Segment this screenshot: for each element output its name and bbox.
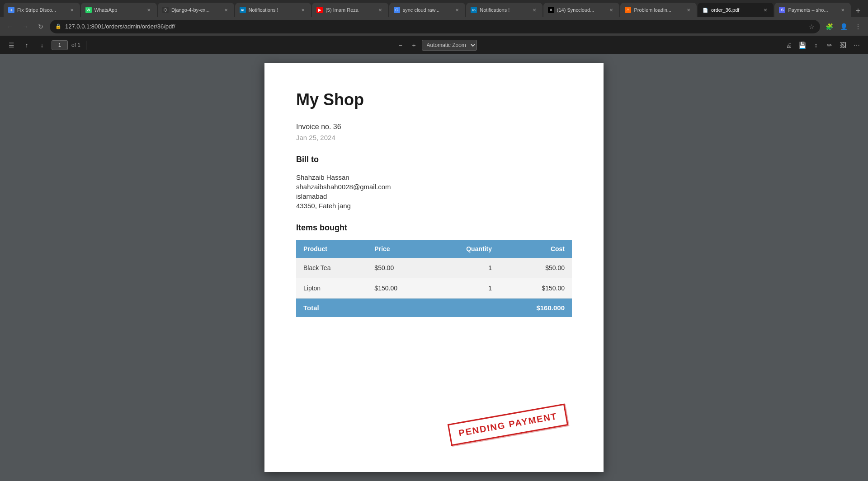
pdf-more-button[interactable]: ⋯ [851, 39, 863, 51]
tab-title-gsync: sync cloud raw... [403, 7, 451, 13]
tab-close-payments[interactable]: ✕ [839, 6, 846, 14]
item1-cost: $50.00 [499, 258, 572, 278]
pdf-toolbar-separator [86, 41, 86, 50]
item1-product: Black Tea [296, 258, 367, 278]
tab-title-youtube: (5) Imam Reza [326, 7, 374, 13]
tab-favicon-notif1: in [240, 7, 246, 13]
zoom-out-button[interactable]: − [395, 39, 406, 51]
pdf-page-input[interactable] [52, 40, 68, 50]
table-total-row: Total $160.000 [296, 299, 572, 318]
profile-button[interactable]: 👤 [837, 20, 850, 33]
item2-cost: $150.00 [499, 278, 572, 299]
col-cost: Cost [499, 240, 572, 258]
tab-synccloud[interactable]: ✕ (14) Synccloud... ✕ [543, 3, 620, 17]
extensions-button[interactable]: 🧩 [823, 20, 835, 33]
tab-close-synccloud[interactable]: ✕ [608, 6, 615, 14]
lock-icon: 🔒 [55, 23, 61, 29]
tab-favicon-notif2: in [471, 7, 477, 13]
bookmark-icon[interactable]: ☆ [809, 23, 815, 30]
tab-favicon-youtube: ▶ [316, 7, 323, 13]
tab-favicon-problem: ⚠ [625, 7, 631, 13]
invoice-number: Invoice no. 36 [296, 123, 572, 131]
tab-close-youtube[interactable]: ✕ [377, 6, 384, 14]
tab-close-problem[interactable]: ✕ [685, 6, 692, 14]
invoice-table: Product Price Quantity Cost Black Tea $5… [296, 240, 572, 317]
pdf-toolbar: ☰ ↑ ↓ of 1 − + Automatic Zoom 🖨 💾 ↕ ✏ 🖼 … [0, 36, 868, 54]
total-label: Total [296, 299, 499, 318]
tab-title-synccloud: (14) Synccloud... [557, 7, 605, 13]
reload-button[interactable]: ↻ [34, 20, 47, 33]
tab-gsync[interactable]: G sync cloud raw... ✕ [389, 3, 466, 17]
pdf-next-page[interactable]: ↓ [36, 39, 48, 51]
table-header-row: Product Price Quantity Cost [296, 240, 572, 258]
tab-close-pdf[interactable]: ✕ [762, 6, 769, 14]
tab-title-pdf: order_36.pdf [711, 7, 760, 13]
tab-bar: ✦ Fix Stripe Disco... ✕ W WhatsApp ✕ ⬡ D… [0, 0, 868, 17]
pdf-cursor-button[interactable]: ↕ [810, 39, 822, 51]
zoom-select[interactable]: Automatic Zoom [422, 40, 477, 51]
tab-close-fix-stripe[interactable]: ✕ [68, 6, 75, 14]
tab-whatsapp[interactable]: W WhatsApp ✕ [81, 3, 157, 17]
tab-close-gsync[interactable]: ✕ [453, 6, 461, 14]
table-row: Black Tea $50.00 1 $50.00 [296, 258, 572, 278]
col-quantity: Quantity [431, 240, 499, 258]
tab-problem[interactable]: ⚠ Problem loadin... ✕ [620, 3, 697, 17]
pdf-toolbar-right: 🖨 💾 ↕ ✏ 🖼 ⋯ [783, 39, 863, 51]
col-product: Product [296, 240, 367, 258]
pdf-prev-page[interactable]: ↑ [21, 39, 33, 51]
tab-favicon-pdf: 📄 [702, 7, 708, 13]
zoom-in-button[interactable]: + [408, 39, 420, 51]
pdf-page-of: of 1 [71, 42, 80, 48]
pdf-annotate-button[interactable]: ✏ [824, 39, 835, 51]
tab-notifications2[interactable]: in Notifications ! ✕ [466, 3, 542, 17]
tab-django[interactable]: ⬡ Django-4-by-ex... ✕ [158, 3, 234, 17]
items-heading: Items bought [296, 223, 572, 233]
tab-title-notif1: Notifications ! [249, 7, 297, 13]
invoice-date: Jan 25, 2024 [296, 134, 572, 141]
tab-favicon-django: ⬡ [162, 7, 169, 13]
back-button[interactable]: ← [4, 20, 16, 33]
customer-postal-city: 43350, Fateh jang [296, 202, 572, 210]
menu-button[interactable]: ⋮ [852, 20, 864, 33]
pdf-print-button[interactable]: 🖨 [783, 39, 795, 51]
tab-favicon-payments: S [779, 7, 785, 13]
customer-email: shahzaibshah0028@gmail.com [296, 183, 572, 191]
item2-product: Lipton [296, 278, 367, 299]
new-tab-button[interactable]: + [852, 5, 864, 17]
tab-favicon-gsync: G [394, 7, 400, 13]
tab-youtube[interactable]: ▶ (5) Imam Reza ✕ [312, 3, 388, 17]
tab-favicon-synccloud: ✕ [548, 7, 554, 13]
item1-price: $50.00 [367, 258, 431, 278]
zoom-controls: − + Automatic Zoom [395, 39, 477, 51]
tab-favicon-fix-stripe: ✦ [8, 7, 14, 13]
pdf-save-button[interactable]: 💾 [797, 39, 808, 51]
pdf-page: My Shop Invoice no. 36 Jan 25, 2024 Bill… [264, 63, 604, 472]
total-amount: $160.000 [499, 299, 572, 318]
tab-title-django: Django-4-by-ex... [171, 7, 220, 13]
pending-payment-stamp: PENDING PAYMENT [448, 404, 569, 446]
nav-right-controls: 🧩 👤 ⋮ [823, 20, 864, 33]
tab-notifications1[interactable]: in Notifications ! ✕ [235, 3, 311, 17]
address-text: 127.0.0.1:8001/orders/admin/order/36/pdf… [65, 23, 805, 30]
pdf-screenshot-button[interactable]: 🖼 [837, 39, 849, 51]
item1-quantity: 1 [431, 258, 499, 278]
pdf-toggle-sidebar[interactable]: ☰ [5, 39, 17, 51]
tab-pdf[interactable]: 📄 order_36.pdf ✕ [698, 3, 774, 17]
customer-city: islamabad [296, 192, 572, 200]
tab-close-notif1[interactable]: ✕ [299, 6, 307, 14]
nav-bar: ← → ↻ 🔒 127.0.0.1:8001/orders/admin/orde… [0, 17, 868, 36]
tab-title-whatsapp: WhatsApp [94, 7, 143, 13]
tab-close-notif2[interactable]: ✕ [531, 6, 538, 14]
customer-name: Shahzaib Hassan [296, 173, 572, 181]
tab-title-payments: Payments – sho... [788, 7, 836, 13]
tab-payments[interactable]: S Payments – sho... ✕ [774, 3, 851, 17]
tab-close-whatsapp[interactable]: ✕ [145, 6, 152, 14]
browser-window: ✦ Fix Stripe Disco... ✕ W WhatsApp ✕ ⬡ D… [0, 0, 868, 481]
table-row: Lipton $150.00 1 $150.00 [296, 278, 572, 299]
address-bar[interactable]: 🔒 127.0.0.1:8001/orders/admin/order/36/p… [50, 20, 820, 33]
forward-button[interactable]: → [19, 20, 32, 33]
pdf-content-area: My Shop Invoice no. 36 Jan 25, 2024 Bill… [0, 54, 868, 481]
tab-fix-stripe[interactable]: ✦ Fix Stripe Disco... ✕ [4, 3, 80, 17]
item2-price: $150.00 [367, 278, 431, 299]
tab-close-django[interactable]: ✕ [222, 6, 230, 14]
